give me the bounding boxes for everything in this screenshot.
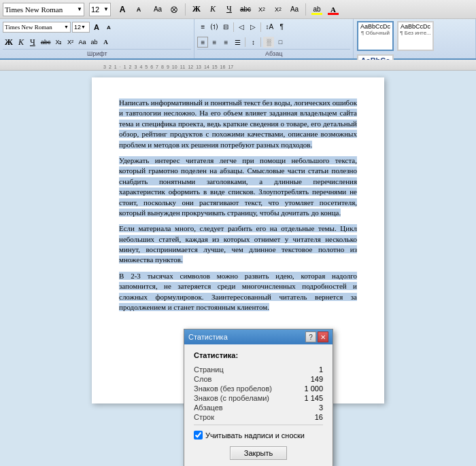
- ruler: 3 2 1 · 1 2 3 4 5 6 7 8 9 10 11 12 13 14…: [0, 60, 476, 71]
- dialog-close-title-icon: ✕: [320, 334, 326, 341]
- para-sep1: [233, 22, 234, 32]
- ribbon-align-left[interactable]: ≡: [197, 37, 208, 48]
- ribbon-font-name[interactable]: Times New Roman ▼: [3, 22, 71, 33]
- paragraph-2-selected: Удержать интерес читателя легче при помо…: [119, 156, 357, 217]
- ribbon-multilevel[interactable]: ⊟: [220, 22, 231, 33]
- dialog-help-icon: ?: [309, 334, 313, 341]
- highlight-button[interactable]: ab: [309, 3, 324, 16]
- underline-button[interactable]: Ч: [222, 3, 237, 16]
- document-area: Написать информативный и понятный текст …: [0, 71, 476, 466]
- dialog-title: Статистика: [188, 333, 228, 341]
- statistics-dialog: Статистика ? ✕ Статистика: Страниц 1 Сло…: [184, 329, 333, 466]
- change-case-button[interactable]: Aa: [287, 3, 302, 16]
- ribbon-underline[interactable]: Ч: [27, 37, 38, 48]
- font-name-dropdown[interactable]: Times New Roman ▼: [3, 3, 84, 16]
- ribbon-numbered[interactable]: ⑴: [209, 22, 220, 33]
- dialog-label-words: Слов: [194, 375, 211, 383]
- increase-font-button[interactable]: A: [115, 3, 130, 16]
- ribbon-font-name-arrow: ▼: [64, 24, 69, 30]
- paragraph-3: Если материала много, следует разбить ег…: [119, 223, 357, 266]
- dialog-value-chars-no-space: 1 000: [304, 384, 323, 393]
- ribbon-strikethrough[interactable]: abc: [39, 37, 53, 48]
- aa-button[interactable]: Aa: [150, 3, 165, 16]
- style-no-spacing[interactable]: AaBbCcDc ¶ Без инте...: [397, 21, 434, 51]
- superscript-button[interactable]: X2: [271, 3, 286, 16]
- decrease-font-button[interactable]: A: [131, 3, 146, 16]
- dialog-button-row: Закрыть: [194, 446, 323, 460]
- font-dropdown-arrow[interactable]: ▼: [77, 6, 82, 12]
- ribbon-italic[interactable]: К: [16, 37, 27, 48]
- dialog-help-button[interactable]: ?: [305, 331, 316, 342]
- dialog-row-paragraphs: Абзацев 3: [194, 403, 323, 412]
- ribbon-highlight2[interactable]: ab: [89, 37, 100, 48]
- dialog-checkbox-label[interactable]: Учитывать надписи и сноски: [205, 431, 305, 440]
- ribbon-font-controls: Times New Roman ▼ 12 ▼ A A Ж К Ч abc X₂ …: [3, 20, 191, 49]
- ribbon-para-row2: ≡ ≡ ≡ ☰ ↕ ░ □: [197, 37, 286, 48]
- ribbon-bold[interactable]: Ж: [3, 37, 15, 48]
- font-size-dropdown[interactable]: 12 ▼: [89, 3, 111, 16]
- dialog-close-label: Закрыть: [244, 449, 273, 457]
- ribbon-bullets[interactable]: ≡: [197, 22, 208, 33]
- ribbon-fontcolor2[interactable]: А: [101, 37, 112, 48]
- dialog-checkbox[interactable]: [194, 431, 203, 440]
- paragraph-3-selected: Если материала много, следует разбить ег…: [119, 224, 357, 264]
- ribbon-grow-font[interactable]: A: [91, 22, 102, 33]
- dialog-close-button[interactable]: Закрыть: [230, 446, 287, 460]
- bold-button[interactable]: Ж: [189, 3, 204, 16]
- ribbon-styles-section: AaBbCcDc ¶ Обычный AaBbCcDc ¶ Без инте..…: [354, 19, 476, 58]
- ribbon-case[interactable]: Аа: [76, 37, 88, 48]
- dialog-row-lines: Строк 16: [194, 412, 323, 422]
- ribbon-font-size-text: 12: [74, 24, 81, 31]
- underline-label: Ч: [226, 4, 232, 14]
- ribbon-align-right[interactable]: ≡: [220, 37, 231, 48]
- italic-button[interactable]: К: [205, 3, 220, 16]
- ribbon-font-section: Times New Roman ▼ 12 ▼ A A Ж К Ч abc X₂ …: [0, 19, 194, 58]
- ribbon-font-label: Шрифт: [3, 49, 191, 57]
- dialog-body: Статистика: Страниц 1 Слов 149 Знаков (б…: [184, 344, 333, 466]
- dialog-value-chars-with-space: 1 145: [304, 394, 323, 402]
- ribbon-shading[interactable]: ░: [263, 37, 274, 48]
- ribbon-font-row2: Ж К Ч abc X₂ X² Аа ab А: [3, 37, 112, 48]
- ribbon-super[interactable]: X²: [65, 37, 75, 48]
- highlight-color-bar: [311, 13, 322, 15]
- dialog-label-paragraphs: Абзацев: [194, 404, 223, 412]
- ribbon-shadow[interactable]: X₂: [53, 37, 64, 48]
- dialog-label-lines: Строк: [194, 413, 214, 421]
- style-normal[interactable]: AaBbCcDc ¶ Обычный: [357, 21, 394, 51]
- strikethrough-button[interactable]: abc: [238, 3, 253, 16]
- dialog-divider: [194, 425, 323, 425]
- ribbon-sort[interactable]: ↕A: [263, 22, 275, 33]
- font-name-value: Times New Roman: [5, 5, 75, 14]
- font-color-bar: [328, 13, 339, 15]
- dialog-section-title: Статистика:: [194, 351, 323, 359]
- clear-format-button[interactable]: ⨂: [167, 3, 182, 16]
- para-sep2: [260, 22, 261, 32]
- ribbon-increase-indent[interactable]: ▷: [248, 22, 258, 33]
- style-normal-label: ¶ Обычный: [361, 31, 390, 37]
- ribbon: Times New Roman ▼ 12 ▼ A A Ж К Ч abc X₂ …: [0, 19, 476, 60]
- ribbon-paragraph-section: ≡ ⑴ ⊟ ◁ ▷ ↕A ¶ ≡ ≡ ≡ ☰ ↕ ░ □: [194, 19, 354, 58]
- dialog-label-pages: Страниц: [194, 365, 224, 374]
- dialog-titlebar: Статистика ? ✕: [184, 329, 333, 344]
- ribbon-decrease-indent[interactable]: ◁: [236, 22, 247, 33]
- paragraph-4: В 2-3 тысячах символов можно развить иде…: [119, 271, 357, 313]
- ribbon-para-row1: ≡ ⑴ ⊟ ◁ ▷ ↕A ¶: [197, 22, 287, 33]
- ribbon-align-justify[interactable]: ☰: [232, 37, 243, 48]
- dialog-label-chars-with-space: Знаков (с пробелами): [194, 394, 269, 402]
- dialog-checkbox-row: Учитывать надписи и сноски: [194, 431, 323, 440]
- ribbon-shrink-font[interactable]: A: [103, 22, 114, 33]
- ribbon-line-spacing[interactable]: ↕: [248, 37, 258, 48]
- dialog-value-lines: 16: [315, 413, 323, 421]
- ribbon-font-size[interactable]: 12 ▼: [72, 22, 90, 33]
- font-color-button[interactable]: А: [326, 3, 341, 16]
- font-size-arrow[interactable]: ▼: [103, 6, 109, 12]
- dialog-row-pages: Страниц 1: [194, 365, 323, 374]
- style-no-spacing-label: ¶ Без инте...: [400, 31, 431, 37]
- font-size-value: 12: [91, 5, 103, 14]
- subscript-button[interactable]: X2: [254, 3, 269, 16]
- ribbon-border[interactable]: □: [275, 37, 286, 48]
- ribbon-font-row1: Times New Roman ▼ 12 ▼ A A: [3, 22, 114, 33]
- ribbon-show-marks[interactable]: ¶: [276, 22, 287, 33]
- dialog-close-title-button[interactable]: ✕: [318, 331, 328, 342]
- ribbon-align-center[interactable]: ≡: [209, 37, 220, 48]
